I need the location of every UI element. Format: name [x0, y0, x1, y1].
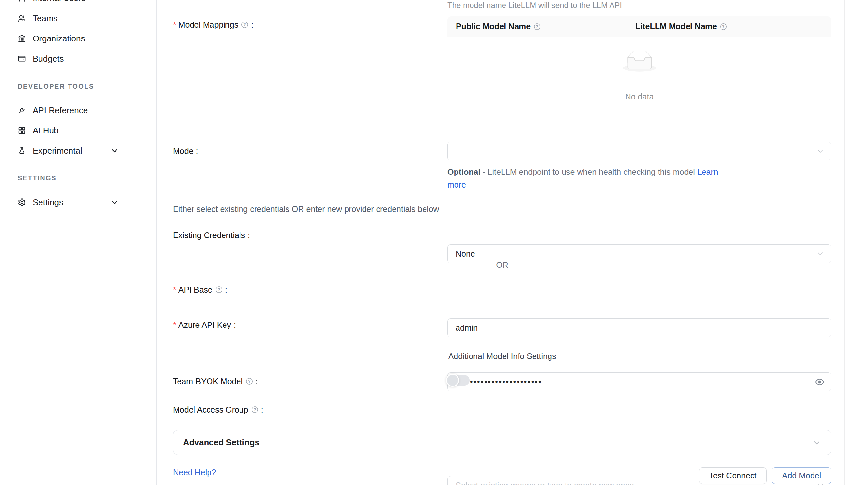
- sidebar-item-label: Organizations: [33, 34, 85, 44]
- help-circle-icon[interactable]: ?: [215, 286, 222, 293]
- or-divider: OR: [173, 260, 832, 270]
- flask-icon: [18, 147, 26, 155]
- sidebar-item-ai-hub[interactable]: AI Hub: [0, 120, 156, 140]
- additional-settings-divider: Additional Model Info Settings: [173, 351, 832, 361]
- sidebar-item-label: Experimental: [33, 146, 82, 156]
- model-access-group-label: Model Access Group ? :: [173, 405, 264, 415]
- sidebar-item-teams[interactable]: Teams: [0, 8, 156, 28]
- credit-card-icon: [18, 55, 26, 63]
- credentials-note: Either select existing credentials OR en…: [173, 204, 439, 214]
- existing-credentials-label: Existing Credentials :: [173, 230, 250, 240]
- table-header: Public Model Name ? LiteLLM Model Name ?: [447, 16, 832, 37]
- required-asterisk: *: [173, 284, 176, 295]
- required-asterisk: *: [173, 20, 176, 30]
- sidebar-item-label: Settings: [33, 197, 63, 207]
- add-model-button[interactable]: Add Model: [772, 467, 832, 484]
- help-circle-icon[interactable]: ?: [246, 378, 253, 385]
- team-byok-label: Team-BYOK Model ? :: [173, 376, 258, 387]
- help-circle-icon[interactable]: ?: [251, 406, 258, 413]
- sidebar-item-api-reference[interactable]: API Reference: [0, 100, 156, 120]
- api-base-input[interactable]: admin: [447, 318, 832, 337]
- chevron-down-icon: [110, 198, 119, 206]
- svg-text:?: ?: [536, 25, 538, 29]
- sidebar-item-label: AI Hub: [33, 126, 59, 136]
- no-data-text: No data: [447, 92, 832, 101]
- svg-text:?: ?: [722, 25, 724, 29]
- need-help-link[interactable]: Need Help?: [173, 467, 216, 478]
- plug-icon: [18, 106, 26, 115]
- mode-label: Mode :: [173, 146, 198, 156]
- model-mappings-label: * Model Mappings ? :: [173, 20, 253, 30]
- add-model-page: Internal Users Teams Organizations Budge…: [0, 0, 868, 485]
- or-divider-text: OR: [487, 260, 518, 270]
- user-icon: [18, 0, 26, 2]
- team-byok-toggle[interactable]: [447, 375, 470, 386]
- chevron-down-icon: [812, 438, 822, 447]
- chevron-down-icon: [816, 250, 825, 258]
- model-mappings-table: Public Model Name ? LiteLLM Model Name ?: [447, 16, 832, 127]
- azure-api-key-input[interactable]: ••••••••••••••••••••••••: [447, 373, 832, 391]
- help-circle-icon[interactable]: ?: [533, 23, 541, 30]
- chevron-down-icon: [816, 147, 825, 155]
- column-header-public-model-name: Public Model Name ?: [456, 16, 541, 37]
- sidebar-section-developer-tools: DEVELOPER TOOLS: [18, 82, 94, 91]
- chevron-down-icon: [110, 147, 119, 155]
- mode-helper-line2: more: [447, 178, 466, 191]
- sidebar-item-internal-users[interactable]: Internal Users: [0, 0, 156, 8]
- api-base-value: admin: [456, 323, 478, 333]
- table-empty-state: No data: [447, 37, 832, 127]
- column-divider: [629, 21, 629, 33]
- content-right-border: [844, 0, 844, 485]
- model-name-helper-text: The model name LiteLLM will send to the …: [447, 1, 622, 10]
- azure-api-key-label: * Azure API Key :: [173, 320, 236, 330]
- mode-select[interactable]: [447, 141, 832, 160]
- sidebar-item-label: Budgets: [33, 54, 64, 64]
- toggle-knob: [446, 374, 459, 387]
- advanced-settings-label: Advanced Settings: [183, 438, 812, 448]
- grid-icon: [18, 126, 26, 135]
- sidebar-section-settings: SETTINGS: [18, 173, 57, 183]
- svg-text:?: ?: [244, 23, 246, 27]
- help-circle-icon[interactable]: ?: [720, 23, 727, 30]
- add-model-form: The model name LiteLLM will send to the …: [157, 0, 868, 485]
- column-header-litellm-model-name: LiteLLM Model Name ?: [636, 16, 727, 37]
- api-base-label: * API Base ? :: [173, 284, 227, 295]
- test-connect-button[interactable]: Test Connect: [699, 467, 767, 484]
- help-circle-icon[interactable]: ?: [241, 21, 248, 28]
- learn-more-link[interactable]: more: [447, 180, 466, 189]
- bank-icon: [18, 34, 26, 43]
- sidebar-item-settings[interactable]: Settings: [0, 192, 156, 212]
- users-icon: [18, 14, 26, 23]
- svg-text:?: ?: [248, 379, 250, 384]
- learn-more-link[interactable]: Learn: [698, 167, 718, 176]
- mode-helper-line1: Optional - LiteLLM endpoint to use when …: [447, 165, 718, 179]
- sidebar-item-experimental[interactable]: Experimental: [0, 140, 156, 161]
- empty-inbox-icon: [623, 50, 656, 73]
- sidebar-item-budgets[interactable]: Budgets: [0, 48, 156, 69]
- gear-icon: [18, 198, 26, 206]
- existing-credentials-value: None: [456, 249, 475, 259]
- svg-text:?: ?: [253, 408, 256, 412]
- sidebar-item-label: Internal Users: [33, 0, 86, 3]
- sidebar-item-organizations[interactable]: Organizations: [0, 28, 156, 48]
- sidebar-item-label: Teams: [33, 13, 58, 24]
- sidebar: Internal Users Teams Organizations Budge…: [0, 0, 157, 485]
- sidebar-item-label: API Reference: [33, 105, 88, 116]
- additional-settings-divider-text: Additional Model Info Settings: [439, 352, 565, 361]
- svg-text:?: ?: [218, 287, 220, 292]
- required-asterisk: *: [173, 320, 176, 330]
- advanced-settings-header[interactable]: Advanced Settings: [173, 430, 832, 455]
- model-access-group-placeholder: Select existing groups or type to create…: [456, 481, 634, 485]
- eye-icon[interactable]: [814, 377, 825, 387]
